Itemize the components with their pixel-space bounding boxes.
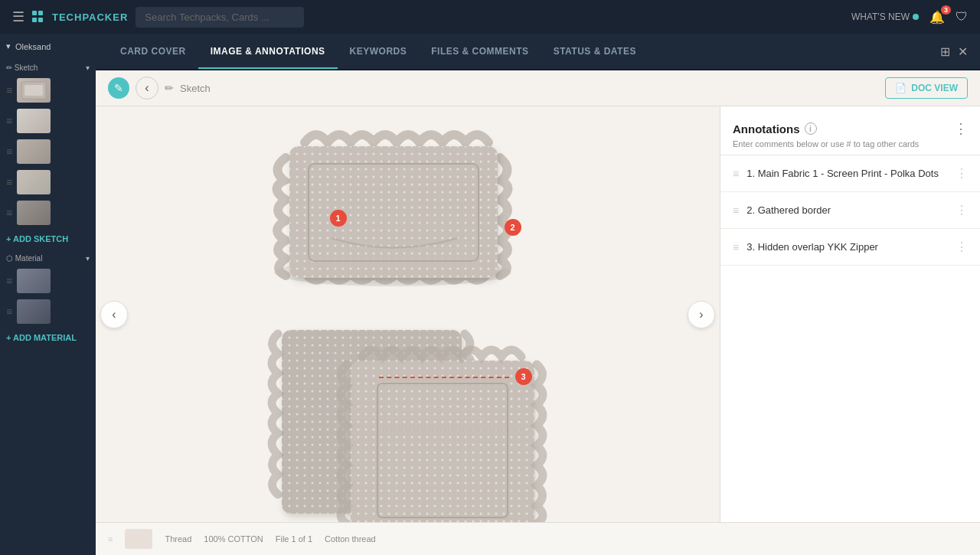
annotation-more-btn-2[interactable]: ⋮ — [956, 203, 968, 217]
prev-nav-btn[interactable]: ‹ — [136, 77, 158, 100]
app-name: TECHPACKER — [52, 11, 128, 23]
tab-status-dates[interactable]: STATUS & DATES — [541, 35, 648, 69]
collapse-icon: ▾ — [86, 64, 90, 72]
page-header: ✎ ‹ ✏ Sketch 📄 DOC VIEW — [96, 70, 980, 106]
drag-handle-icon: ≡ — [6, 305, 12, 318]
main-layout: ▾ Oleksand ✏ Sketch ▾ ≡ ≡ ≡ — [0, 34, 980, 555]
sketch-thumbnail — [17, 109, 51, 133]
annotation-text-1[interactable]: 1. Main Fabric 1 - Screen Print - Polka … — [746, 168, 948, 179]
annotations-more-btn[interactable]: ⋮ — [954, 120, 968, 137]
material-label: Material — [15, 254, 43, 263]
sketch-label: Sketch — [15, 64, 38, 72]
sidebar-collapse-btn[interactable]: ▾ Oleksand — [0, 34, 96, 59]
drag-handle-icon: ≡ — [733, 204, 739, 217]
drag-handle-icon: ≡ — [6, 176, 12, 188]
chevron-left-icon: ‹ — [112, 308, 116, 322]
pencil-icon: ✏ — [165, 82, 174, 94]
material-thumbnail — [17, 269, 51, 293]
sidebar-item-material[interactable]: ≡ — [0, 296, 96, 327]
whats-new[interactable]: WHAT'S NEW — [851, 11, 919, 22]
cotton-label: 100% COTTON — [204, 534, 263, 544]
logo-icon — [32, 11, 47, 23]
tab-card-cover[interactable]: CARD COVER — [108, 35, 198, 69]
page-sketch-label: Sketch — [180, 83, 211, 94]
add-sketch-button[interactable]: + ADD SKETCH — [0, 228, 96, 245]
collapse-icon: ▾ — [86, 254, 90, 263]
sidebar-item[interactable]: ≡ — [0, 198, 96, 228]
tab-keywords[interactable]: KEYWORDS — [338, 35, 420, 69]
drag-handle-icon: ≡ — [6, 275, 12, 287]
search-input[interactable] — [136, 7, 304, 28]
doc-icon: 📄 — [895, 83, 906, 93]
cube-icon: ⬡ — [6, 254, 13, 263]
annotations-subtitle: Enter comments below or use # to tag oth… — [733, 139, 968, 149]
sidebar-item[interactable]: ≡ — [0, 75, 96, 106]
sketch-thumbnail — [17, 170, 51, 194]
chevron-right-icon: › — [699, 308, 703, 322]
content-area: CARD COVER IMAGE & ANNOTATIONS KEYWORDS … — [96, 34, 980, 555]
hamburger-icon[interactable]: ☰ — [12, 8, 24, 25]
thread-thumbnail — [125, 529, 152, 549]
chevron-down-icon: ▾ — [6, 41, 11, 51]
annotations-title: Annotations i — [733, 122, 817, 135]
next-image-btn[interactable]: › — [688, 301, 715, 328]
drag-handle-icon: ≡ — [6, 207, 12, 219]
sidebar-item-material[interactable]: ≡ — [0, 266, 96, 296]
svg-rect-5 — [289, 146, 498, 278]
annotation-item-2: ≡ 2. Gathered border ⋮ — [720, 192, 980, 229]
drag-handle-icon: ≡ — [6, 115, 12, 127]
nav-left: ☰ TECHPACKER — [12, 7, 842, 28]
sidebar-item[interactable]: ≡ — [0, 136, 96, 167]
drag-handle-icon: ≡ — [6, 84, 12, 96]
tab-bar-actions: ⊞ ✕ — [940, 44, 968, 59]
thread-detail: Cotton thread — [325, 534, 376, 544]
pencil-icon: ✏ — [6, 64, 12, 72]
drag-handle-icon: ≡ — [733, 241, 739, 253]
shield-icon[interactable]: 🛡 — [956, 10, 968, 24]
annotation-dot-3[interactable]: 3 — [515, 368, 532, 385]
sidebar-user-label: Oleksand — [15, 42, 51, 51]
annotation-text-2[interactable]: 2. Gathered border — [746, 204, 948, 216]
add-material-button[interactable]: + ADD MATERIAL — [0, 327, 96, 344]
drag-handle-icon: ≡ — [733, 168, 739, 180]
doc-view-button[interactable]: 📄 DOC VIEW — [885, 77, 968, 99]
prev-image-btn[interactable]: ‹ — [100, 301, 128, 328]
annotation-item-3: ≡ 3. Hidden overlap YKK Zipper ⋮ — [720, 229, 980, 266]
whats-new-dot — [913, 14, 919, 20]
annotation-dot-1[interactable]: 1 — [330, 210, 347, 227]
sidebar-section-sketch[interactable]: ✏ Sketch ▾ — [0, 59, 96, 75]
annotation-text-3[interactable]: 3. Hidden overlap YKK Zipper — [746, 241, 948, 253]
sketch-thumbnail — [17, 139, 51, 164]
drag-handle-icon: ≡ — [6, 145, 12, 158]
top-nav: ☰ TECHPACKER WHAT'S NEW 🔔 3 🛡 — [0, 0, 980, 34]
layout-icon[interactable]: ⊞ — [940, 44, 950, 59]
close-icon[interactable]: ✕ — [958, 44, 968, 59]
annotations-header: Annotations i ⋮ Enter comments below or … — [720, 106, 980, 155]
edit-button[interactable]: ✎ — [108, 77, 129, 99]
pillows-illustration: 1 2 3 — [263, 106, 554, 522]
annotations-title-row: Annotations i ⋮ — [733, 120, 968, 137]
annotation-dot-2[interactable]: 2 — [505, 219, 521, 236]
info-icon[interactable]: i — [805, 122, 817, 135]
sidebar-section-material[interactable]: ⬡ Material ▾ — [0, 250, 96, 266]
annotation-item-1: ≡ 1. Main Fabric 1 - Screen Print - Polk… — [720, 155, 980, 192]
notifications-btn[interactable]: 🔔 3 — [929, 10, 945, 24]
tab-image-annotations[interactable]: IMAGE & ANNOTATIONS — [198, 35, 338, 69]
sketch-thumbnail — [17, 201, 51, 225]
main-split: ‹ › — [96, 106, 980, 522]
annotation-more-btn-1[interactable]: ⋮ — [956, 166, 968, 181]
annotation-more-btn-3[interactable]: ⋮ — [956, 240, 968, 254]
file-type: File 1 of 1 — [276, 534, 312, 544]
notification-badge: 3 — [941, 5, 951, 15]
tab-files-comments[interactable]: FILES & COMMENTS — [419, 35, 541, 69]
left-sidebar: ▾ Oleksand ✏ Sketch ▾ ≡ ≡ ≡ — [0, 34, 96, 555]
sidebar-item[interactable]: ≡ — [0, 106, 96, 136]
drag-handle-icon: ≡ — [108, 534, 113, 544]
whats-new-label: WHAT'S NEW — [851, 11, 910, 22]
annotations-panel: Annotations i ⋮ Enter comments below or … — [720, 106, 980, 522]
image-canvas: ‹ › — [96, 106, 720, 522]
sketch-thumbnail — [17, 78, 51, 103]
svg-rect-1 — [24, 85, 43, 96]
sidebar-item[interactable]: ≡ — [0, 167, 96, 198]
thread-label: Thread — [165, 534, 191, 544]
